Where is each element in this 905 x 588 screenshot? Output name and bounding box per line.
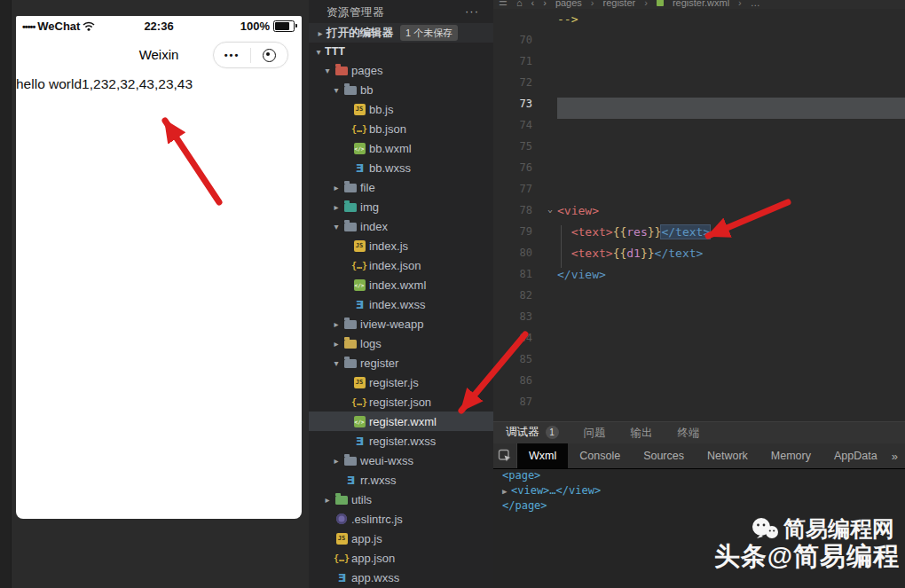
devtools-tab-Console[interactable]: Console xyxy=(568,443,632,468)
code-line-81[interactable]: 81</view> xyxy=(493,268,905,289)
more-tabs-icon[interactable]: » xyxy=(892,450,898,463)
code-line-83[interactable]: 83 xyxy=(493,310,905,332)
chevron-right-icon[interactable]: ▸ xyxy=(330,183,342,192)
debugger-tab-调试器[interactable]: 调试器1 xyxy=(506,422,559,444)
breadcrumb-more[interactable]: … xyxy=(751,0,760,8)
tree-item-register.js[interactable]: JSregister.js xyxy=(309,372,493,392)
tree-item-iview-weapp[interactable]: ▸iview-weapp xyxy=(309,314,493,333)
expand-icon[interactable]: ▶ xyxy=(502,484,511,499)
code-line-77[interactable]: 77 xyxy=(493,183,905,204)
code-line-79[interactable]: 79 <text>{{res}}</text> xyxy=(493,225,905,247)
chevron-right-icon[interactable]: ▸ xyxy=(330,202,342,212)
code-line-86[interactable]: 86 xyxy=(493,374,905,396)
breadcrumb-file[interactable]: register.wxml xyxy=(673,0,729,8)
code-line-85[interactable]: 85 xyxy=(493,353,905,374)
tree-item-pages[interactable]: ▾pages xyxy=(309,60,493,80)
chevron-down-icon[interactable]: ▾ xyxy=(321,66,334,75)
tree-item-index.wxml[interactable]: </>index.wxml xyxy=(309,275,493,294)
tree-item-file[interactable]: ▸file xyxy=(309,177,493,197)
tree-item-bb.wxml[interactable]: </>bb.wxml xyxy=(309,138,493,158)
tree-item-index.js[interactable]: JSindex.js xyxy=(309,236,493,255)
wxml-node[interactable]: ▶<view>…</view> xyxy=(493,483,905,498)
code-line-73[interactable]: 73 xyxy=(493,98,905,119)
chevron-down-icon[interactable]: ▾ xyxy=(330,358,342,368)
devtools-tab-Network[interactable]: Network xyxy=(696,443,759,468)
line-number: 87 xyxy=(493,396,543,417)
devtools-tab-Sources[interactable]: Sources xyxy=(632,443,696,468)
code-line-74[interactable]: 74 xyxy=(493,119,905,140)
explorer-header: 资源管理器 ··· xyxy=(309,0,493,23)
chevron-down-icon[interactable]: ▾ xyxy=(330,85,342,95)
fold-chevron-icon[interactable]: ⌄ xyxy=(543,204,557,225)
tree-item-register.wxss[interactable]: Ǝregister.wxss xyxy=(309,431,493,451)
folder-icon xyxy=(342,318,358,329)
chevron-down-icon[interactable]: ▾ xyxy=(312,47,325,57)
tree-item-img[interactable]: ▸img xyxy=(309,197,493,216)
code-line-84[interactable]: 84 xyxy=(493,332,905,353)
code-line-82[interactable]: 82 xyxy=(493,289,905,310)
debugger-tab-终端[interactable]: 终端 xyxy=(678,422,700,443)
tree-item-app.js[interactable]: JSapp.js xyxy=(309,529,493,548)
more-menu-icon[interactable]: ••• xyxy=(214,50,250,60)
code-line-71[interactable]: 71 xyxy=(493,55,905,76)
devtools-tab-AppData[interactable]: AppData xyxy=(822,443,889,468)
code-area[interactable]: -->707172737475767778⌄<view>79 <text>{{r… xyxy=(493,12,905,417)
project-root-row[interactable]: ▾ TTT xyxy=(309,43,493,60)
chevron-down-icon[interactable]: ▾ xyxy=(330,222,342,231)
tree-item-index.wxss[interactable]: Ǝindex.wxss xyxy=(309,294,493,314)
battery-percent: 100% xyxy=(240,20,270,33)
code-line-72[interactable]: 72 xyxy=(493,76,905,98)
tree-item-bb[interactable]: ▾bb xyxy=(309,80,493,99)
bookmark-icon[interactable]: ⌂ xyxy=(516,0,523,8)
tree-item-rr.wxss[interactable]: Ǝrr.wxss xyxy=(309,470,493,490)
forward-icon[interactable]: › xyxy=(543,0,547,8)
devtools-tab-Wxml[interactable]: Wxml xyxy=(517,443,568,468)
line-number: 82 xyxy=(493,289,543,310)
left-edge-strip xyxy=(0,0,12,588)
code-line-78[interactable]: 78⌄<view> xyxy=(493,204,905,225)
debugger-tab-问题[interactable]: 问题 xyxy=(584,422,606,443)
tree-item-app.wxss[interactable]: Ǝapp.wxss xyxy=(309,568,493,587)
chevron-right-icon[interactable]: ▸ xyxy=(314,28,327,38)
tree-item-.eslintrc.js[interactable]: .eslintrc.js xyxy=(309,509,493,529)
explorer-more-icon[interactable]: ··· xyxy=(465,0,479,23)
code-line-87[interactable]: 87 xyxy=(493,396,905,417)
tree-item-utils[interactable]: ▸utils xyxy=(309,490,493,509)
inspect-element-icon[interactable] xyxy=(493,443,517,468)
code-line-80[interactable]: 80 <text>{{d1}}</text> xyxy=(493,247,905,268)
code-line-75[interactable]: 75 xyxy=(493,140,905,161)
code-line-comment[interactable]: --> xyxy=(493,12,905,34)
tree-item-index.json[interactable]: {…}index.json xyxy=(309,255,493,275)
chevron-right-icon[interactable]: ▸ xyxy=(330,319,342,329)
tree-item-bb.wxss[interactable]: Ǝbb.wxss xyxy=(309,158,493,177)
tree-item-label: register.json xyxy=(369,396,431,409)
code-line-76[interactable]: 76 xyxy=(493,161,905,183)
back-icon[interactable]: ‹ xyxy=(531,0,535,8)
tree-item-bb.json[interactable]: {…}bb.json xyxy=(309,119,493,138)
capsule-menu[interactable]: ••• xyxy=(213,42,288,68)
debugger-tab-输出[interactable]: 输出 xyxy=(631,422,653,443)
breadcrumb-register[interactable]: register xyxy=(603,0,636,8)
json-file-icon: {…} xyxy=(351,124,367,134)
devtools-tab-Memory[interactable]: Memory xyxy=(759,443,822,468)
tree-item-bb.js[interactable]: JSbb.js xyxy=(309,99,493,119)
code-line-70[interactable]: 70 xyxy=(493,34,905,55)
tree-item-register.wxml[interactable]: </>register.wxml xyxy=(309,412,493,431)
tree-item-logs[interactable]: ▸logs xyxy=(309,333,493,353)
close-minibar-icon[interactable] xyxy=(251,49,287,62)
json-file-icon: {…} xyxy=(351,261,367,270)
editor-panel[interactable]: ☰ ⌂ ‹ › pages › register › register.wxml… xyxy=(493,0,905,421)
chevron-right-icon[interactable]: ▸ xyxy=(321,495,334,505)
hamburger-icon[interactable]: ☰ xyxy=(499,0,508,8)
tree-item-index[interactable]: ▾index xyxy=(309,216,493,236)
wxml-node[interactable]: <page> xyxy=(493,468,905,483)
wxml-inspector[interactable]: <page>▶<view>…</view></page> xyxy=(493,468,905,514)
chevron-right-icon[interactable]: ▸ xyxy=(330,456,342,466)
breadcrumb-pages[interactable]: pages xyxy=(555,0,582,8)
tree-item-register[interactable]: ▾register xyxy=(309,353,493,372)
tree-item-register.json[interactable]: {…}register.json xyxy=(309,392,493,412)
tree-item-weui-wxss[interactable]: ▸weui-wxss xyxy=(309,451,493,470)
chevron-right-icon[interactable]: ▸ xyxy=(330,339,342,349)
open-editors-row[interactable]: ▸ 打开的编辑器 1 个未保存 xyxy=(309,23,493,43)
tree-item-app.json[interactable]: {…}app.json xyxy=(309,548,493,568)
